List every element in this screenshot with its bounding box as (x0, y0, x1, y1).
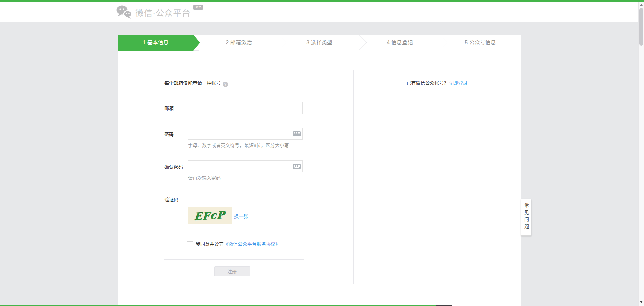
login-link[interactable]: 立即登录 (449, 80, 468, 86)
email-limit-notice: 每个邮箱仅能申请一种帐号? (164, 79, 228, 87)
captcha-image-text: EFcP (188, 207, 232, 224)
confirm-password-label: 确认密码 (164, 163, 183, 170)
confirm-password-hint: 请再次输入密码 (188, 174, 221, 181)
step-account-info: 5 公众号信息 (440, 35, 521, 51)
header-inner: 微信·公众平台 Beta (118, 2, 521, 22)
keyboard-icon[interactable] (293, 164, 301, 170)
step-label: 3 选择类型 (306, 40, 332, 45)
step-info-registration: 4 信息登记 (360, 35, 440, 51)
step-email-activation: 2 邮箱激活 (199, 35, 279, 51)
faq-side-tab[interactable]: 常见问题 (521, 199, 531, 236)
main-panel: 1 基本信息 2 邮箱激活 3 选择类型 4 信息登记 5 公众号信息 每个邮箱… (118, 35, 521, 306)
email-input[interactable] (188, 102, 303, 114)
notice-text: 每个邮箱仅能申请一种帐号 (164, 80, 221, 86)
agreement-text: 我同意并遵守 (196, 241, 224, 247)
confirm-password-input-wrap (188, 160, 303, 172)
step-basic-info: 1 基本信息 (118, 35, 193, 51)
register-button[interactable]: 注册 (214, 266, 250, 276)
scrollbar-thumb[interactable] (639, 8, 643, 46)
captcha-input-wrap (188, 193, 231, 205)
scrollbar[interactable] (638, 0, 644, 306)
step-choose-type: 3 选择类型 (279, 35, 360, 51)
scrollbar-down-arrow-icon[interactable] (640, 301, 643, 303)
column-divider (353, 70, 354, 284)
scrollbar-up-arrow-icon[interactable] (640, 4, 643, 6)
captcha-refresh-link[interactable]: 换一张 (234, 213, 248, 219)
steps-bar: 1 基本信息 2 邮箱激活 3 选择类型 4 信息登记 5 公众号信息 (118, 35, 521, 51)
agreement-row: 我同意并遵守《微信公众平台服务协议》 (187, 240, 280, 247)
top-accent-bar (0, 0, 644, 2)
login-prompt: 已有微信公众帐号？ (407, 80, 449, 86)
site-title: 微信·公众平台 (135, 6, 191, 18)
form-divider (164, 259, 304, 260)
email-label: 邮箱 (164, 104, 174, 111)
password-input[interactable] (188, 128, 303, 140)
beta-badge: Beta (193, 5, 203, 10)
password-label: 密码 (164, 131, 174, 137)
keyboard-icon[interactable] (293, 131, 301, 138)
page-root: 微信·公众平台 Beta 1 基本信息 2 邮箱激活 3 选择类型 4 信息登记… (0, 0, 644, 306)
password-input-wrap (188, 128, 303, 140)
header: 微信·公众平台 Beta (0, 2, 644, 22)
captcha-label: 验证码 (164, 196, 178, 203)
captcha-input[interactable] (188, 193, 231, 205)
email-input-wrap (188, 102, 303, 114)
step-label: 4 信息登记 (387, 40, 413, 45)
step-label: 5 公众号信息 (465, 40, 496, 45)
agreement-checkbox[interactable] (187, 241, 193, 247)
confirm-password-input[interactable] (188, 160, 303, 172)
wechat-logo-icon (116, 5, 132, 20)
existing-account-block: 已有微信公众帐号？立即登录 (353, 79, 521, 86)
password-hint: 字母、数字或者英文符号，最短8位，区分大小写 (188, 142, 289, 148)
captcha-image[interactable]: EFcP (188, 207, 232, 224)
help-icon[interactable]: ? (223, 82, 228, 87)
agreement-link[interactable]: 《微信公众平台服务协议》 (224, 241, 280, 247)
